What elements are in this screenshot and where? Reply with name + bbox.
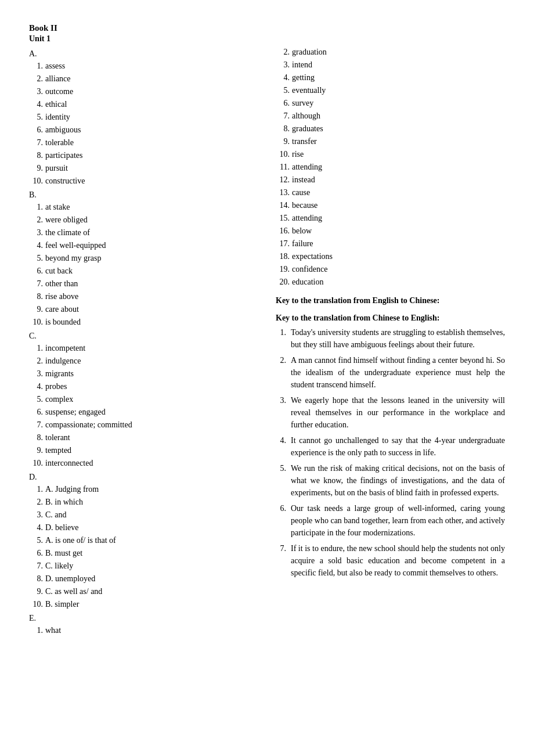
list-item: 18.expectations: [276, 250, 505, 262]
list-item: 9.tempted: [29, 444, 258, 456]
list-item: 3.C. and: [29, 509, 258, 521]
list-item: 6.cut back: [29, 265, 258, 277]
translation-item: 2.A man cannot find himself without find…: [276, 354, 505, 391]
list-item: 9.care about: [29, 303, 258, 315]
list-item: 6.ambiguous: [29, 124, 258, 136]
list-item: 17.failure: [276, 237, 505, 250]
key-chinese-to-english: Key to the translation from Chinese to E…: [276, 314, 505, 323]
section-b-label: B.: [29, 190, 258, 200]
section-e-label: E.: [29, 614, 258, 623]
list-item: 8.tolerant: [29, 431, 258, 444]
section-c-label: C.: [29, 332, 258, 341]
list-item: 7.although: [276, 110, 505, 122]
unit-label: Unit 1: [29, 34, 505, 44]
list-item: 4.feel well-equipped: [29, 239, 258, 251]
list-item: 7.tolerable: [29, 136, 258, 149]
list-item: 3.the climate of: [29, 226, 258, 239]
list-item: 1.A. Judging from: [29, 483, 258, 495]
translation-item: 6.Our task needs a large group of well-i…: [276, 502, 505, 539]
list-item: 7.compassionate; committed: [29, 419, 258, 431]
translation-item: 1.Today's university students are strugg…: [276, 326, 505, 351]
list-item: 2.B. in which: [29, 496, 258, 508]
list-item: 5.beyond my grasp: [29, 252, 258, 264]
list-item: 5.identity: [29, 111, 258, 123]
list-item: 8.participates: [29, 149, 258, 161]
translation-item: 3.We eagerly hope that the lessons leane…: [276, 394, 505, 431]
list-item: 10.is bounded: [29, 316, 258, 328]
list-item: 5.A. is one of/ is that of: [29, 534, 258, 546]
left-column: A. 1.assess2.alliance3.outcome4.ethical5…: [29, 46, 258, 637]
translation-list: 1.Today's university students are strugg…: [276, 326, 505, 579]
section-b-list: 1.at stake2.were obliged3.the climate of…: [29, 201, 258, 328]
list-item: 9.transfer: [276, 135, 505, 147]
list-item: 3.outcome: [29, 85, 258, 98]
list-item: 6.B. must get: [29, 547, 258, 559]
translation-item: 4.It cannot go unchallenged to say that …: [276, 434, 505, 459]
section-e-list: 1.what: [29, 624, 258, 636]
list-item: 14.because: [276, 199, 505, 211]
page-title: Book II: [29, 23, 505, 33]
list-item: 1.what: [29, 624, 258, 636]
list-item: 8.graduates: [276, 123, 505, 135]
list-item: 4.probes: [29, 380, 258, 393]
list-item: 7.C. likely: [29, 560, 258, 572]
list-item: 7.other than: [29, 278, 258, 290]
section-c-list: 1.incompetent2.indulgence3.migrants4.pro…: [29, 342, 258, 469]
list-item: 16.below: [276, 225, 505, 237]
list-item: 15.attending: [276, 212, 505, 224]
list-item: 5.complex: [29, 393, 258, 405]
list-item: 5.eventually: [276, 84, 505, 96]
key-english-to-chinese: Key to the translation from English to C…: [276, 296, 505, 305]
list-item: 10.rise: [276, 148, 505, 160]
list-item: 6.suspense; engaged: [29, 406, 258, 418]
list-item: 3.migrants: [29, 368, 258, 380]
list-item: 2.were obliged: [29, 214, 258, 226]
list-item: 1.incompetent: [29, 342, 258, 354]
list-item: 4.D. believe: [29, 521, 258, 534]
list-item: 8.D. unemployed: [29, 573, 258, 585]
list-item: 19.confidence: [276, 263, 505, 275]
section-d-label: D.: [29, 473, 258, 482]
translation-item: 5.We run the risk of making critical dec…: [276, 462, 505, 499]
list-item: 11.attending: [276, 161, 505, 173]
list-item: 2.alliance: [29, 73, 258, 85]
section-a-list: 1.assess2.alliance3.outcome4.ethical5.id…: [29, 60, 258, 187]
right-column: 2.graduation3.intend4.getting5.eventuall…: [276, 46, 505, 637]
list-item: 10.constructive: [29, 175, 258, 187]
list-item: 4.ethical: [29, 98, 258, 110]
list-item: 6.survey: [276, 97, 505, 109]
list-item: 2.indulgence: [29, 355, 258, 367]
list-item: 2.graduation: [276, 46, 505, 58]
list-item: 13.cause: [276, 186, 505, 199]
section-d-list: 1.A. Judging from2.B. in which3.C. and4.…: [29, 483, 258, 610]
list-item: 20.education: [276, 276, 505, 288]
translation-item: 7.If it is to endure, the new school sho…: [276, 542, 505, 579]
list-item: 9.pursuit: [29, 162, 258, 174]
list-item: 10.interconnected: [29, 457, 258, 469]
list-item: 1.assess: [29, 60, 258, 72]
section-a-label: A.: [29, 49, 258, 59]
list-item: 4.getting: [276, 71, 505, 84]
list-item: 1.at stake: [29, 201, 258, 213]
list-item: 8.rise above: [29, 290, 258, 303]
list-item: 12.instead: [276, 174, 505, 186]
list-item: 9.C. as well as/ and: [29, 585, 258, 597]
list-item: 10.B. simpler: [29, 598, 258, 610]
right-top-list: 2.graduation3.intend4.getting5.eventuall…: [276, 46, 505, 288]
list-item: 3.intend: [276, 59, 505, 71]
